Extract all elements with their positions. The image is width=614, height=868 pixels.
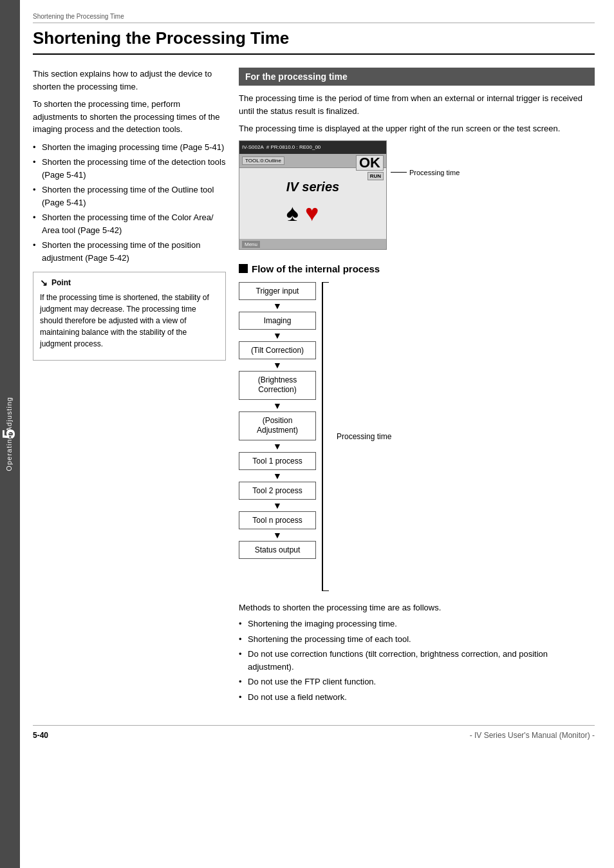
left-column: This section explains how to adjust the … xyxy=(33,68,226,706)
method-item: Shortening the processing time of each t… xyxy=(239,633,595,646)
flow-box-position: (PositionAdjustment) xyxy=(239,411,316,440)
iv-series-title: IV series xyxy=(286,180,339,194)
section-header: For the processing time xyxy=(239,68,595,86)
screen-bottom-bar: Menu xyxy=(239,239,386,250)
footer-center-text: - IV Series User's Manual (Monitor) - xyxy=(470,731,595,740)
brace-label: Processing time xyxy=(337,432,391,441)
screen-top-bar: IV-S002A # PR:0810.0 : RE00_00 xyxy=(239,141,386,154)
flow-boxes: Trigger input ▼ Imaging ▼ (Tilt Correcti… xyxy=(239,282,316,591)
page-title: Shortening the Processing Time xyxy=(33,28,595,55)
flow-box-tool2: Tool 2 process xyxy=(239,482,316,500)
flow-arrow: ▼ xyxy=(273,359,282,371)
card-heart: ♥ xyxy=(305,200,319,227)
device-screen: IV-S002A # PR:0810.0 : RE00_00 TOOL:0:Ou… xyxy=(239,140,387,250)
flow-arrow: ▼ xyxy=(273,529,282,541)
intro-paragraph-2: To shorten the processing time, perform … xyxy=(33,98,226,136)
toolbar-tool-item[interactable]: TOOL:0:Outline xyxy=(242,156,284,165)
flow-box-tooln: Tool n process xyxy=(239,511,316,529)
processing-time-screen-label: Processing time xyxy=(409,169,460,176)
intro-paragraph-1: This section explains how to adjust the … xyxy=(33,68,226,93)
footer-page-num: 5-40 xyxy=(33,731,48,740)
footer: 5-40 - IV Series User's Manual (Monitor)… xyxy=(33,725,595,740)
method-item: Shortening the imaging processing time. xyxy=(239,618,595,630)
point-box: ↘ Point If the processing time is shorte… xyxy=(33,272,226,361)
screen-body: IV series ♠ ♥ xyxy=(239,168,386,239)
method-item: Do not use the FTP client function. xyxy=(239,675,595,688)
desc-paragraph-1: The processing time is the period of tim… xyxy=(239,92,595,117)
flow-section: Flow of the internal process Trigger inp… xyxy=(239,263,595,591)
bottom-methods: Methods to shorten the processing time a… xyxy=(239,601,595,704)
processing-time-annotation: Processing time xyxy=(391,169,460,176)
point-label: Point xyxy=(51,278,71,287)
two-column-layout: This section explains how to adjust the … xyxy=(33,68,595,706)
right-column: For the processing time The processing t… xyxy=(239,68,595,706)
card-spade: ♠ xyxy=(286,200,299,227)
list-item: Shorten the processing time of the posit… xyxy=(33,239,226,264)
flow-title: Flow of the internal process xyxy=(239,263,595,274)
flow-box-brightness: (BrightnessCorrection) xyxy=(239,371,316,400)
list-item: Shorten the processing time of the detec… xyxy=(33,156,226,181)
point-text: If the processing time is shortened, the… xyxy=(40,292,219,350)
flow-box-status: Status output xyxy=(239,541,316,559)
point-icon: ↘ xyxy=(40,278,48,288)
brace-svg xyxy=(320,282,333,591)
list-item: Shorten the processing time of the Color… xyxy=(33,211,226,236)
methods-list: Shortening the imaging processing time. … xyxy=(239,618,595,703)
screen-device-id: IV-S002A xyxy=(242,144,264,150)
brace-container: Processing time xyxy=(320,282,391,591)
menu-button[interactable]: Menu xyxy=(242,241,260,248)
screen-ok-label: OK xyxy=(356,155,384,171)
list-item: Shorten the processing time of the Outli… xyxy=(33,184,226,209)
black-square-icon xyxy=(239,264,248,273)
point-header: ↘ Point xyxy=(40,278,219,288)
list-item: Shorten the imaging processing time (Pag… xyxy=(33,141,226,154)
desc-paragraph-2: The processing time is displayed at the … xyxy=(239,122,595,135)
method-item: Do not use a field network. xyxy=(239,691,595,704)
flow-arrow: ▼ xyxy=(273,470,282,482)
page-container: 5 Operating/Adjusting Shortening the Pro… xyxy=(0,0,614,868)
flow-arrow: ▼ xyxy=(273,440,282,452)
flow-box-tilt: (Tilt Correction) xyxy=(239,341,316,359)
flow-box-imaging: Imaging xyxy=(239,312,316,330)
flow-box-trigger: Trigger input xyxy=(239,282,316,300)
sidebar: 5 Operating/Adjusting xyxy=(0,0,18,868)
screen-with-label: IV-S002A # PR:0810.0 : RE00_00 TOOL:0:Ou… xyxy=(239,140,595,253)
flow-arrow: ▼ xyxy=(273,500,282,511)
screen-run-label: RUN xyxy=(367,172,384,180)
method-item: Do not use correction functions (tilt co… xyxy=(239,648,595,673)
methods-intro: Methods to shorten the processing time a… xyxy=(239,601,595,614)
flow-arrow: ▼ xyxy=(273,300,282,312)
bullet-list: Shorten the imaging processing time (Pag… xyxy=(33,141,226,265)
main-content: Shortening the Processing Time Shortenin… xyxy=(18,0,614,868)
screen-left-panel: IV series ♠ ♥ xyxy=(286,180,339,227)
sidebar-label: Operating/Adjusting xyxy=(5,397,13,471)
flow-arrow: ▼ xyxy=(273,400,282,411)
brace-label-container: Processing time xyxy=(333,282,391,591)
flow-diagram: Trigger input ▼ Imaging ▼ (Tilt Correcti… xyxy=(239,282,595,591)
screen-icon-text: # PR:0810.0 : RE00_00 xyxy=(266,144,321,150)
flow-arrow: ▼ xyxy=(273,330,282,341)
flow-box-tool1: Tool 1 process xyxy=(239,452,316,470)
breadcrumb: Shortening the Processing Time xyxy=(33,13,595,23)
